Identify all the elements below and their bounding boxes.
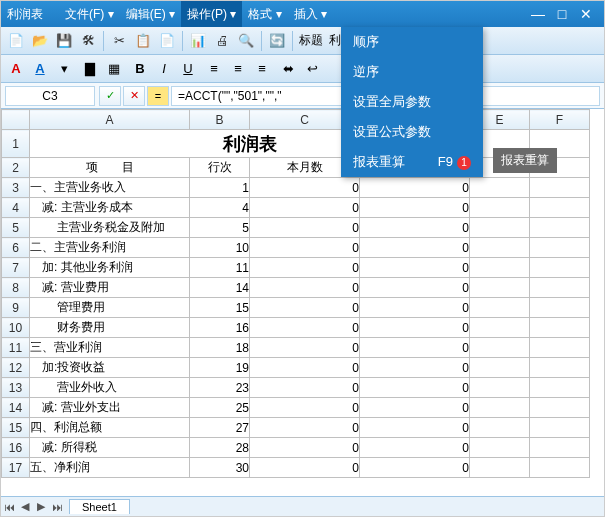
data-cell[interactable]: 二、主营业务利润	[30, 238, 190, 258]
row-header[interactable]: 14	[2, 398, 30, 418]
data-cell[interactable]: 0	[360, 458, 470, 478]
data-cell[interactable]: 加:投资收益	[30, 358, 190, 378]
data-cell[interactable]: 15	[190, 298, 250, 318]
row-header[interactable]: 9	[2, 298, 30, 318]
fontcolor-a-icon[interactable]: A	[5, 58, 27, 80]
wrap-icon[interactable]: ↩	[301, 58, 323, 80]
data-cell[interactable]: 0	[360, 178, 470, 198]
print-icon[interactable]: 🖨	[211, 30, 233, 52]
border-icon[interactable]: ▦	[103, 58, 125, 80]
cell-name-box[interactable]: C3	[5, 86, 95, 106]
data-cell[interactable]: 财务费用	[30, 318, 190, 338]
row-header[interactable]: 6	[2, 238, 30, 258]
dropdown-item-1[interactable]: 逆序	[341, 57, 483, 87]
data-cell[interactable]: 管理费用	[30, 298, 190, 318]
row-header[interactable]: 8	[2, 278, 30, 298]
data-cell[interactable]: 1	[190, 178, 250, 198]
row-header[interactable]: 16	[2, 438, 30, 458]
bold-icon[interactable]: B	[129, 58, 151, 80]
data-cell[interactable]: 0	[250, 438, 360, 458]
data-cell[interactable]: 0	[250, 238, 360, 258]
open-icon[interactable]: 📂	[29, 30, 51, 52]
data-cell[interactable]: 0	[360, 358, 470, 378]
data-cell[interactable]: 0	[360, 418, 470, 438]
chart-icon[interactable]: 📊	[187, 30, 209, 52]
dropdown-item-2[interactable]: 设置全局参数	[341, 87, 483, 117]
row-header[interactable]: 5	[2, 218, 30, 238]
data-cell[interactable]: 加: 其他业务利润	[30, 258, 190, 278]
minimize-button[interactable]: —	[526, 6, 550, 22]
align-right-icon[interactable]: ≡	[251, 58, 273, 80]
data-cell[interactable]: 0	[360, 378, 470, 398]
data-cell[interactable]: 10	[190, 238, 250, 258]
fontcolor-a2-icon[interactable]: A	[29, 58, 51, 80]
data-cell[interactable]: 5	[190, 218, 250, 238]
data-cell[interactable]: 0	[250, 338, 360, 358]
data-cell[interactable]: 0	[250, 278, 360, 298]
merge-icon[interactable]: ⬌	[277, 58, 299, 80]
dropdown-icon[interactable]: ▾	[53, 58, 75, 80]
data-cell[interactable]: 0	[360, 278, 470, 298]
data-cell[interactable]: 行次	[190, 158, 250, 178]
dropdown-item-0[interactable]: 顺序	[341, 27, 483, 57]
zoom-icon[interactable]: 🔍	[235, 30, 257, 52]
data-cell[interactable]: 0	[250, 458, 360, 478]
data-cell[interactable]: 0	[250, 218, 360, 238]
tab-first-icon[interactable]: ⏮	[1, 501, 17, 513]
row-header[interactable]: 13	[2, 378, 30, 398]
data-cell[interactable]: 减: 主营业务成本	[30, 198, 190, 218]
row-header[interactable]: 10	[2, 318, 30, 338]
menu-0[interactable]: 文件(F) ▾	[59, 1, 120, 27]
col-header[interactable]: F	[530, 110, 590, 130]
close-button[interactable]: ✕	[574, 6, 598, 22]
menu-4[interactable]: 插入 ▾	[288, 1, 333, 27]
data-cell[interactable]: 0	[250, 298, 360, 318]
data-cell[interactable]: 项 目	[30, 158, 190, 178]
data-cell[interactable]: 0	[250, 358, 360, 378]
row-header[interactable]: 15	[2, 418, 30, 438]
paste-icon[interactable]: 📄	[156, 30, 178, 52]
data-cell[interactable]: 五、净利润	[30, 458, 190, 478]
row-header[interactable]: 2	[2, 158, 30, 178]
tab-last-icon[interactable]: ⏭	[49, 501, 65, 513]
row-header[interactable]: 7	[2, 258, 30, 278]
copy-icon[interactable]: 📋	[132, 30, 154, 52]
data-cell[interactable]: 0	[360, 318, 470, 338]
data-cell[interactable]: 0	[360, 218, 470, 238]
data-cell[interactable]: 减: 营业费用	[30, 278, 190, 298]
formula-eq-icon[interactable]: =	[147, 86, 169, 106]
data-cell[interactable]: 0	[250, 178, 360, 198]
data-cell[interactable]: 11	[190, 258, 250, 278]
align-center-icon[interactable]: ≡	[227, 58, 249, 80]
data-cell[interactable]: 0	[250, 378, 360, 398]
new-icon[interactable]: 📄	[5, 30, 27, 52]
data-cell[interactable]: 三、营业利润	[30, 338, 190, 358]
data-cell[interactable]: 0	[360, 438, 470, 458]
menu-2[interactable]: 操作(P) ▾	[181, 1, 242, 27]
data-cell[interactable]: 23	[190, 378, 250, 398]
menu-1[interactable]: 编辑(E) ▾	[120, 1, 181, 27]
data-cell[interactable]: 0	[360, 398, 470, 418]
data-cell[interactable]: 30	[190, 458, 250, 478]
data-cell[interactable]: 25	[190, 398, 250, 418]
data-cell[interactable]: 0	[250, 258, 360, 278]
col-header[interactable]: B	[190, 110, 250, 130]
data-cell[interactable]: 0	[250, 418, 360, 438]
data-cell[interactable]: 主营业务税金及附加	[30, 218, 190, 238]
underline-icon[interactable]: U	[177, 58, 199, 80]
row-header[interactable]: 17	[2, 458, 30, 478]
data-cell[interactable]: 0	[360, 238, 470, 258]
data-cell[interactable]: 27	[190, 418, 250, 438]
dropdown-item-4[interactable]: 报表重算F91	[341, 147, 483, 177]
data-cell[interactable]: 0	[250, 398, 360, 418]
data-cell[interactable]: 0	[250, 198, 360, 218]
maximize-button[interactable]: □	[550, 6, 574, 22]
row-header[interactable]: 1	[2, 130, 30, 158]
italic-icon[interactable]: I	[153, 58, 175, 80]
tab-prev-icon[interactable]: ◀	[17, 500, 33, 513]
data-cell[interactable]: 减: 营业外支出	[30, 398, 190, 418]
col-header[interactable]: A	[30, 110, 190, 130]
data-cell[interactable]: 0	[360, 258, 470, 278]
data-cell[interactable]: 营业外收入	[30, 378, 190, 398]
tab-next-icon[interactable]: ▶	[33, 500, 49, 513]
